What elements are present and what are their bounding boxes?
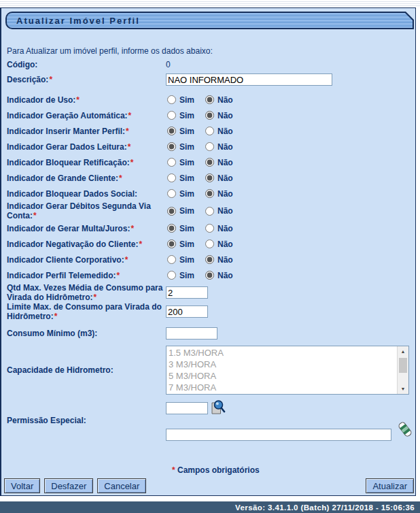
limite-max-input[interactable]	[166, 305, 208, 318]
button-bar: Voltar Desfazer Cancelar Atualizar	[4, 478, 414, 493]
radio-nao-label: Não	[217, 255, 233, 265]
window-frame: Atualizar Imóvel Perfil Para Atualizar u…	[0, 7, 416, 496]
radio-nao[interactable]	[205, 189, 214, 198]
required-asterisk: *	[93, 293, 97, 302]
required-asterisk: *	[126, 127, 129, 136]
indicator-label: Indicador Negativação do Cliente:	[7, 239, 138, 249]
indicator-rows: Indicador de Uso:* Sim Não Indicador Ger…	[4, 92, 414, 283]
permissao-row: Permissão Especial:	[4, 399, 414, 441]
required-asterisk: *	[128, 111, 132, 120]
listbox-option: 1.5 M3/HORA	[169, 347, 408, 359]
required-asterisk: *	[119, 173, 122, 183]
listbox-option: 7 M3/HORA	[169, 382, 408, 393]
radio-sim[interactable]	[167, 111, 176, 120]
listbox-scrollbar[interactable]: ▲ ▼	[397, 346, 408, 394]
radio-nao[interactable]	[205, 158, 214, 167]
limite-max-label: Limite Max. de Consumo para Virada do Hi…	[7, 302, 162, 321]
radio-sim[interactable]	[167, 95, 176, 104]
required-asterisk: *	[128, 142, 131, 152]
permissao-input[interactable]	[166, 402, 208, 414]
descricao-row: Descrição:*	[4, 72, 414, 87]
indicator-row: Indicador Perfil Telemedido:* Sim Não	[4, 267, 414, 283]
radio-sim[interactable]	[167, 239, 176, 248]
codigo-label: Código:	[7, 60, 37, 69]
radio-nao[interactable]	[205, 111, 214, 120]
capacidade-listbox: 1.5 M3/HORA3 M3/HORA5 M3/HORA7 M3/HORA ▲…	[166, 346, 409, 395]
radio-nao[interactable]	[205, 271, 214, 280]
radio-nao-label: Não	[217, 189, 233, 199]
descricao-input[interactable]	[166, 73, 332, 86]
radio-nao[interactable]	[205, 239, 214, 248]
radio-nao-label: Não	[217, 127, 233, 136]
indicator-row: Indicador Negativação do Cliente:* Sim N…	[4, 236, 414, 252]
radio-sim-label: Sim	[179, 206, 194, 216]
cancelar-button[interactable]: Cancelar	[97, 478, 146, 493]
radio-sim-label: Sim	[179, 271, 194, 280]
radio-sim-label: Sim	[179, 95, 194, 105]
indicator-label: Indicador Perfil Telemedido:	[7, 271, 116, 280]
indicator-row: Indicador Geração Automática:* Sim Não	[4, 107, 414, 123]
radio-sim[interactable]	[167, 255, 176, 264]
atualizar-button[interactable]: Atualizar	[366, 478, 414, 493]
radio-sim[interactable]	[167, 142, 176, 151]
scroll-down-icon[interactable]: ▼	[398, 384, 408, 394]
indicator-row: Indicador de Grande Cliente:* Sim Não	[4, 170, 414, 186]
listbox-option: 3 M3/HORA	[169, 359, 408, 370]
required-asterisk: *	[125, 255, 128, 265]
required-asterisk: *	[76, 95, 80, 105]
desfazer-button[interactable]: Desfazer	[44, 478, 93, 493]
codigo-value: 0	[166, 60, 171, 69]
codigo-row: Código: 0	[4, 59, 414, 70]
radio-sim[interactable]	[167, 271, 176, 280]
scrollbar-thumb[interactable]	[399, 358, 407, 373]
radio-nao[interactable]	[205, 207, 214, 216]
indicator-label: Indicador de Grande Cliente:	[7, 173, 118, 183]
radio-nao-label: Não	[217, 158, 233, 167]
radio-nao-label: Não	[217, 206, 233, 216]
required-asterisk: *	[116, 271, 120, 280]
radio-sim[interactable]	[167, 207, 176, 216]
listbox-option: 5 M3/HORA	[169, 370, 408, 382]
magnifier-document-icon[interactable]	[209, 399, 226, 416]
limite-max-row: Limite Max. de Consumo para Virada do Hi…	[4, 302, 414, 321]
voltar-button[interactable]: Voltar	[4, 478, 40, 493]
radio-sim-label: Sim	[179, 173, 194, 183]
radio-sim[interactable]	[167, 189, 176, 198]
consumo-minimo-label: Consumo Mínimo (m3):	[7, 329, 97, 338]
radio-sim-label: Sim	[179, 142, 194, 152]
indicator-label: Indicador de Gerar Multa/Juros:	[7, 224, 130, 233]
required-asterisk: *	[54, 312, 58, 321]
radio-nao[interactable]	[205, 95, 214, 104]
indicator-row: Indicador de Gerar Multa/Juros:* Sim Não	[4, 220, 414, 236]
radio-sim[interactable]	[167, 173, 176, 182]
page-title: Atualizar Imóvel Perfil	[7, 16, 140, 26]
titlebar: Atualizar Imóvel Perfil	[5, 12, 414, 29]
radio-nao[interactable]	[205, 255, 214, 264]
indicator-row: Indicador Inserir Manter Perfil:* Sim Nã…	[4, 123, 414, 139]
qtd-max-row: Qtd Max. Vezes Média de Consumo para Vir…	[4, 283, 414, 302]
top-decorative-stripes	[0, 0, 420, 7]
radio-nao[interactable]	[205, 173, 214, 182]
indicator-row: Indicador de Uso:* Sim Não	[4, 92, 414, 107]
indicator-row: Indicador Bloquear Retificação:* Sim Não	[4, 154, 414, 170]
indicator-label: Indicador Bloquear Dados Social:	[7, 189, 137, 199]
indicator-label: Indicador Cliente Corporativo:	[7, 255, 124, 265]
window-content: Atualizar Imóvel Perfil Para Atualizar u…	[1, 8, 419, 495]
form: Para Atualizar um imóvel perfil, informe…	[1, 46, 419, 441]
required-asterisk: *	[130, 158, 134, 167]
radio-sim[interactable]	[167, 127, 176, 135]
qtd-max-input[interactable]	[166, 286, 208, 299]
indicator-row: Indicador Cliente Corporativo:* Sim Não	[4, 252, 414, 267]
scroll-up-icon[interactable]: ▲	[398, 346, 408, 357]
radio-nao[interactable]	[205, 224, 214, 233]
version-text: Versão: 3.41.1.0 (Batch) 27/11/2018 - 15…	[235, 503, 415, 512]
page: Atualizar Imóvel Perfil Para Atualizar u…	[0, 0, 420, 513]
radio-sim[interactable]	[167, 158, 176, 167]
radio-nao-label: Não	[217, 173, 233, 183]
radio-nao[interactable]	[205, 142, 214, 151]
eraser-icon[interactable]	[396, 419, 414, 440]
radio-nao-label: Não	[217, 271, 233, 280]
permissao-display-field	[166, 429, 391, 441]
radio-sim[interactable]	[167, 224, 176, 233]
radio-nao[interactable]	[205, 127, 214, 135]
